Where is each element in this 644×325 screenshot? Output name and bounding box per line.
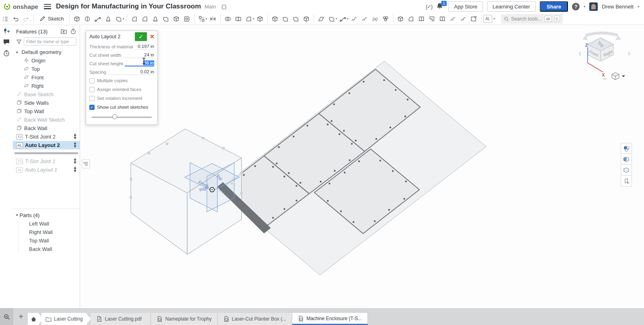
notifications-bell-icon[interactable]: 1 [436, 2, 444, 10]
dialog-checkbox-show-cut-sheet-sketches[interactable]: ✓Show cut sheet sketches [86, 103, 157, 112]
document-tab-laser-cut-planter-box[interactable]: Laser-Cut Planter Box (... [218, 313, 292, 325]
feature-item-right[interactable]: Right [13, 82, 80, 90]
view-cube-menu-icon[interactable] [612, 72, 625, 80]
help-icon[interactable]: ? [572, 3, 580, 10]
app-store-button[interactable]: App Store [448, 1, 483, 12]
fillet-surface-icon[interactable] [406, 14, 416, 24]
create-folder-icon[interactable] [60, 29, 67, 35]
undo-icon[interactable] [10, 14, 21, 24]
feature-item-t-slot-joint-1[interactable]: TJT-Slot Joint 1 [13, 157, 80, 166]
field-value-input[interactable]: 0.02 in [108, 69, 154, 75]
move-face-icon[interactable] [270, 14, 280, 24]
document-tab-machine-enclosure-t-s[interactable]: Machine Enclosure (T-S... [292, 313, 368, 325]
custom-feature-al-chip[interactable]: AL [483, 15, 492, 23]
help-caret-icon[interactable]: ▾ [584, 5, 585, 8]
thicken-caret-icon[interactable]: ▾ [123, 17, 124, 21]
search-tools-box[interactable]: Search tools... alt C [501, 14, 563, 24]
section-view-icon[interactable] [621, 165, 632, 176]
feature-item-front[interactable]: Front [13, 73, 80, 82]
helix-icon[interactable] [349, 14, 359, 24]
feature-list-toggle-icon[interactable] [0, 14, 10, 24]
feature-item-origin[interactable]: Origin [13, 56, 80, 65]
feature-item-back-wall[interactable]: Back Wall [13, 124, 80, 132]
cut-check-icon[interactable] [469, 14, 479, 24]
replace-face-icon[interactable] [280, 14, 291, 24]
revolve-icon[interactable] [82, 14, 93, 24]
field-value-input[interactable]: 0.197 in [135, 44, 154, 50]
slider-knob[interactable] [112, 114, 117, 119]
chamfer-icon[interactable] [140, 14, 150, 24]
manage-tabs-icon[interactable] [0, 308, 13, 325]
fillet-icon[interactable] [129, 14, 140, 24]
field-value-input[interactable]: 36 in [125, 60, 154, 66]
boolean-icon[interactable] [223, 14, 233, 24]
feature-list-flyout-icon[interactable] [82, 159, 90, 168]
part-item-back-wall[interactable]: Back Wall [18, 245, 80, 253]
hole-icon[interactable] [182, 14, 192, 24]
explode-icon[interactable] [621, 176, 632, 186]
surface-blend-icon[interactable] [416, 14, 427, 24]
commit-check-button[interactable]: ✓ [135, 32, 147, 41]
comments-icon[interactable] [0, 36, 13, 48]
group-caret-icon[interactable]: ▾ [16, 50, 18, 54]
dialog-checkbox-assign-oriented-faces[interactable]: Assign oriented faces [86, 85, 157, 94]
offset-surface-icon[interactable] [291, 14, 301, 24]
layout-seed-slider[interactable] [92, 113, 152, 121]
insert-feature-icon[interactable] [0, 25, 13, 36]
feature-item-top-wall[interactable]: Top Wall [13, 107, 80, 116]
feature-item-auto-layout-1[interactable]: ALAuto Layout 1 [13, 166, 80, 174]
part-item-left-wall[interactable]: Left Wall [18, 219, 80, 228]
stopwatch-icon[interactable] [70, 28, 76, 35]
share-button[interactable]: Share [540, 1, 568, 12]
feature-item-auto-layout-2[interactable]: ALAuto Layout 2 [13, 141, 80, 149]
mirror-icon[interactable] [208, 14, 218, 24]
variable-icon[interactable]: (x) [370, 14, 380, 24]
suppress-slider-handle[interactable] [74, 142, 76, 149]
parts-caret-icon[interactable]: ▾ [16, 213, 18, 217]
cancel-x-button[interactable]: ✕ [149, 32, 156, 41]
delete-part-icon[interactable] [255, 14, 265, 24]
draft-icon[interactable] [150, 14, 161, 24]
split-icon[interactable] [233, 14, 244, 24]
split-part-icon[interactable] [395, 14, 406, 24]
part-item-right-wall[interactable]: Right Wall [18, 228, 80, 236]
feature-item-back-wall-sketch[interactable]: Back Wall Sketch [13, 116, 80, 124]
filter-icon[interactable] [16, 39, 22, 44]
extrude-icon[interactable] [72, 14, 82, 24]
linear-pattern-caret-icon[interactable]: ▾ [206, 17, 207, 21]
view-cube[interactable]: Top Front Right Z X [578, 27, 632, 83]
field-value-input[interactable]: 24 in [123, 52, 154, 58]
document-tab-laser-cutting-pdf[interactable]: Laser Cutting.pdf [91, 313, 151, 325]
modify-fillet-caret-icon[interactable]: ▾ [253, 17, 254, 21]
rib-icon[interactable] [161, 14, 171, 24]
checkbox-icon[interactable] [89, 96, 95, 101]
sweep-icon[interactable] [93, 14, 103, 24]
checkbox-icon[interactable] [89, 87, 95, 92]
loft-icon[interactable] [103, 14, 114, 24]
suppress-slider-handle[interactable] [74, 133, 76, 141]
shell-icon[interactable] [171, 14, 182, 24]
publication-icon[interactable] [437, 14, 448, 24]
feature-item-top[interactable]: Top [13, 65, 80, 73]
dialog-checkbox-multiple-copies[interactable]: Multiple copies [86, 76, 157, 85]
history-icon[interactable] [0, 48, 13, 59]
plane-icon[interactable] [316, 14, 326, 24]
dialog-checkbox-set-rotation-increment[interactable]: Set rotation increment [86, 94, 157, 103]
add-tab-button[interactable]: + [15, 311, 27, 323]
checkbox-checked-icon[interactable]: ✓ [89, 105, 95, 110]
featurescript-icon[interactable]: {✓} [425, 4, 432, 10]
checkbox-icon[interactable] [89, 78, 95, 83]
user-name[interactable]: Drew Bennett [602, 4, 634, 10]
fit-spline-icon[interactable] [448, 14, 458, 24]
user-menu-caret-icon[interactable]: ▾ [638, 5, 639, 8]
suppress-slider-handle[interactable] [74, 166, 76, 174]
projected-curve-icon[interactable] [359, 14, 370, 24]
learning-center-button[interactable]: Learning Center [487, 1, 536, 12]
document-folder-tab[interactable]: Laser Cutting [41, 313, 91, 325]
custom-feature-caret-icon[interactable]: ▾ [493, 17, 495, 21]
appearance-icon[interactable] [621, 143, 632, 154]
boundary-surface-caret-icon[interactable]: ▾ [336, 17, 337, 21]
mate-connector-icon[interactable] [380, 14, 391, 24]
feature-item-base-sketch[interactable]: Base Sketch [13, 90, 80, 99]
workspace-branch[interactable]: Main [204, 4, 216, 10]
